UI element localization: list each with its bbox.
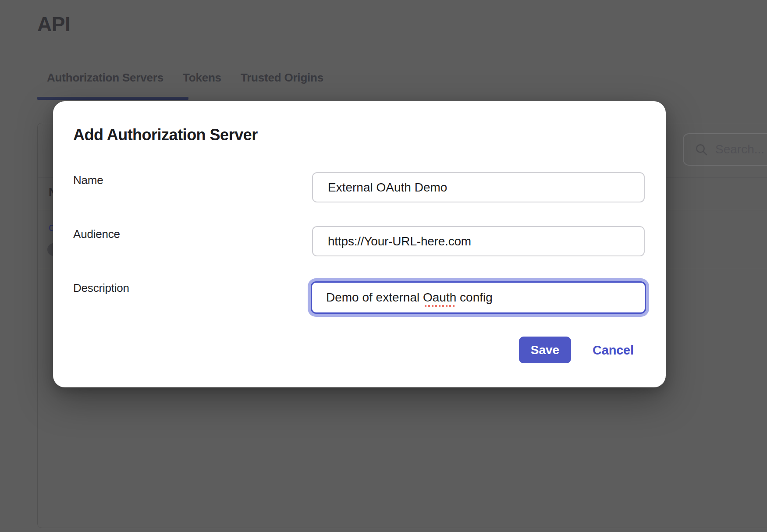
audience-label: Audience — [73, 227, 120, 241]
page-title: API — [37, 12, 70, 36]
cancel-button[interactable]: Cancel — [593, 343, 634, 358]
add-authorization-server-dialog: Add Authorization Server Name Audience D… — [53, 101, 666, 387]
name-label: Name — [73, 174, 103, 187]
search-box[interactable] — [683, 133, 767, 166]
tab-authorization-servers[interactable]: Authorization Servers — [37, 71, 173, 97]
description-text: Demo of external — [326, 291, 423, 305]
tab-tokens[interactable]: Tokens — [173, 71, 231, 97]
tab-trusted-origins[interactable]: Trusted Origins — [231, 71, 333, 97]
app-canvas: { "page": { "title": "API" }, "tabs": [ … — [0, 0, 767, 532]
description-text-after: config — [456, 291, 493, 305]
dialog-title: Add Authorization Server — [73, 126, 258, 144]
description-field[interactable]: Demo of external Oauth config — [311, 281, 646, 314]
description-label: Description — [73, 281, 129, 295]
audience-field[interactable] — [312, 226, 645, 256]
active-tab-underline — [37, 97, 188, 100]
tab-bar: Authorization Servers Tokens Trusted Ori… — [37, 71, 333, 97]
name-field[interactable] — [312, 172, 645, 202]
search-icon — [694, 142, 708, 156]
search-input[interactable] — [715, 142, 767, 156]
misspelled-word: Oauth — [423, 291, 456, 307]
save-button[interactable]: Save — [519, 337, 571, 363]
